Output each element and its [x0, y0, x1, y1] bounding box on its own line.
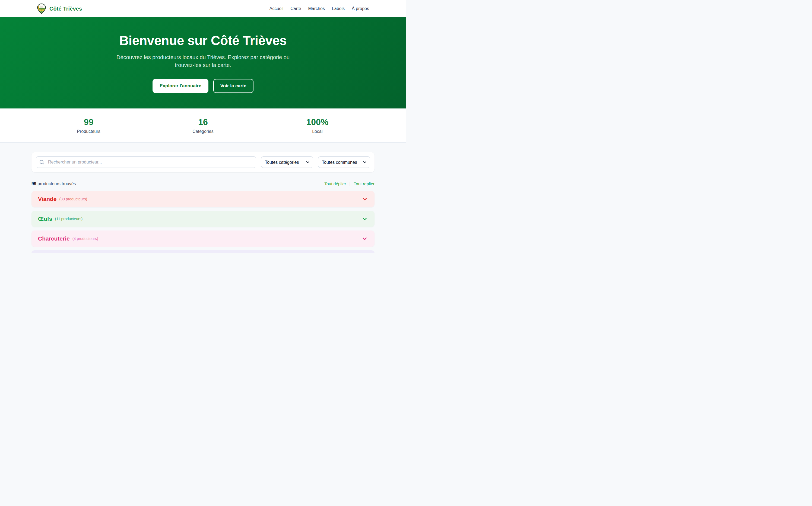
hero-title: Bienvenue sur Côté Trièves: [0, 33, 406, 48]
stat-local-label: Local: [260, 129, 374, 134]
category-count: (39 producteurs): [59, 197, 87, 201]
stats-band: 99 Producteurs 16 Catégories 100% Local: [0, 108, 406, 143]
chevron-down-icon: [362, 196, 367, 202]
brand-logo-icon: [37, 3, 46, 14]
nav-a-propos[interactable]: À propos: [352, 6, 369, 11]
category-title: Œufs: [38, 216, 52, 222]
category-title: Charcuterie: [38, 235, 70, 242]
category-title: Viande: [38, 196, 57, 202]
stat-producteurs-label: Producteurs: [31, 129, 146, 134]
chevron-down-icon: [362, 236, 367, 241]
chevron-down-icon: [362, 216, 367, 222]
results-count-number: 99: [31, 181, 36, 186]
nav-carte[interactable]: Carte: [290, 6, 301, 11]
search-card: Toutes catégories Toutes communes: [31, 152, 374, 172]
view-map-button[interactable]: Voir la carte: [213, 79, 253, 93]
header: Côté Trièves Accueil Carte Marchés Label…: [0, 0, 406, 17]
collapse-all-link[interactable]: Tout replier: [354, 181, 374, 186]
links-separator: |: [349, 181, 350, 186]
category-row-next-partial[interactable]: [31, 250, 374, 253]
stat-local-value: 100%: [260, 117, 374, 127]
stat-local: 100% Local: [260, 117, 374, 134]
main-nav: Accueil Carte Marchés Labels À propos: [270, 6, 369, 11]
stat-categories-value: 16: [146, 117, 260, 127]
results-bar: 99 producteurs trouvés Tout déplier | To…: [31, 181, 374, 186]
category-filter-select: Toutes catégories: [261, 157, 313, 168]
results-count-text: producteurs trouvés: [36, 181, 76, 186]
search-input[interactable]: [36, 157, 256, 168]
nav-accueil[interactable]: Accueil: [270, 6, 284, 11]
nav-marches[interactable]: Marchés: [308, 6, 324, 11]
category-count: (11 producteurs): [55, 217, 83, 221]
brand[interactable]: Côté Trièves: [37, 3, 82, 14]
category-row-charcuterie[interactable]: Charcuterie (4 producteurs): [31, 231, 374, 247]
hero-section: Bienvenue sur Côté Trièves Découvrez les…: [0, 17, 406, 108]
category-row-oeufs[interactable]: Œufs (11 producteurs): [31, 211, 374, 227]
stat-categories: 16 Catégories: [146, 117, 260, 134]
hero-subtitle: Découvrez les producteurs locaux du Triè…: [111, 54, 295, 69]
commune-filter[interactable]: Toutes communes: [318, 157, 370, 168]
category-row-viande[interactable]: Viande (39 producteurs): [31, 191, 374, 207]
brand-name: Côté Trièves: [50, 6, 82, 12]
stat-categories-label: Catégories: [146, 129, 260, 134]
explore-directory-button[interactable]: Explorer l'annuaire: [152, 79, 208, 93]
stat-producteurs-value: 99: [31, 117, 146, 127]
category-count: (4 producteurs): [72, 237, 98, 241]
expand-all-link[interactable]: Tout déplier: [324, 181, 346, 186]
category-filter[interactable]: Toutes catégories: [261, 157, 313, 168]
commune-filter-select: Toutes communes: [318, 157, 370, 168]
results-count: 99 producteurs trouvés: [31, 181, 76, 186]
nav-labels[interactable]: Labels: [332, 6, 345, 11]
stat-producteurs: 99 Producteurs: [31, 117, 146, 134]
